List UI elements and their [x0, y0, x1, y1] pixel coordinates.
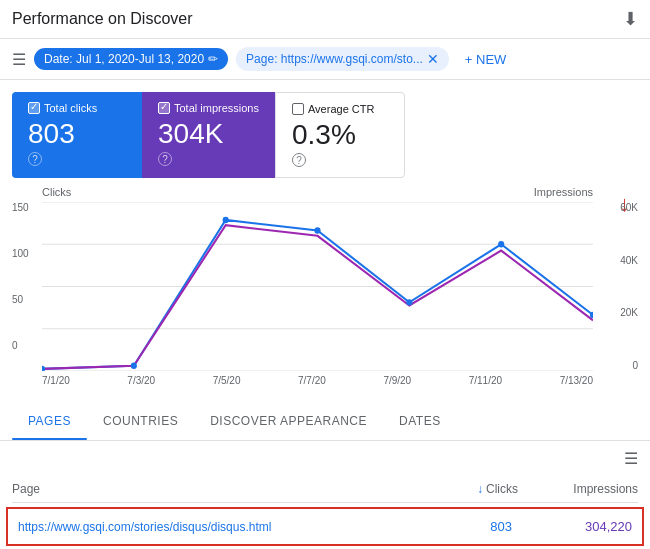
tab-pages[interactable]: PAGES: [12, 402, 87, 440]
highlighted-row: https://www.gsqi.com/stories/disqus/disq…: [6, 507, 644, 546]
clicks-checkbox[interactable]: [28, 102, 40, 114]
total-impressions-card: Total impressions 304K ?: [142, 92, 275, 178]
row-clicks-value: 803: [392, 519, 512, 534]
page-filter-label: Page: https://www.gsqi.com/sto...: [246, 52, 423, 66]
avg-ctr-card: Average CTR 0.3% ?: [275, 92, 405, 178]
header: Performance on Discover ⬇: [0, 0, 650, 39]
table-area: ☰ Page ↓ Clicks Impressions https://www.…: [0, 441, 650, 546]
clicks-axis-label: Clicks: [42, 186, 71, 198]
chart-container: ↓ Clicks Impressions 150 100 50 0: [12, 186, 638, 386]
table-filter-icon[interactable]: ☰: [624, 449, 638, 468]
impressions-checkbox[interactable]: [158, 102, 170, 114]
avg-ctr-label: Average CTR: [308, 103, 374, 115]
new-filter-button[interactable]: + NEW: [457, 48, 515, 71]
impressions-help-icon[interactable]: ?: [158, 152, 172, 166]
avg-ctr-value: 0.3%: [292, 119, 388, 151]
edit-icon: ✏: [208, 52, 218, 66]
table-row: https://www.gsqi.com/stories/disqus/disq…: [12, 513, 638, 540]
impressions-axis-label: Impressions: [534, 186, 593, 198]
svg-point-10: [498, 241, 504, 247]
table-body: https://www.gsqi.com/stories/disqus/disq…: [12, 507, 638, 546]
close-icon[interactable]: ✕: [427, 51, 439, 67]
sort-icon: ↓: [477, 482, 483, 496]
row-impressions-value: 304,220: [512, 519, 632, 534]
page-filter-chip[interactable]: Page: https://www.gsqi.com/sto... ✕: [236, 47, 449, 71]
tab-countries[interactable]: COUNTRIES: [87, 402, 194, 440]
col-header-impressions: Impressions: [518, 482, 638, 496]
ctr-checkbox[interactable]: [292, 103, 304, 115]
table-header: Page ↓ Clicks Impressions: [12, 476, 638, 503]
svg-point-5: [42, 366, 45, 371]
row-page-url[interactable]: https://www.gsqi.com/stories/disqus/disq…: [18, 520, 392, 534]
total-clicks-label: Total clicks: [44, 102, 97, 114]
table-toolbar: ☰: [12, 441, 638, 476]
total-impressions-label: Total impressions: [174, 102, 259, 114]
col-header-page: Page: [12, 482, 398, 496]
filter-icon[interactable]: ☰: [12, 50, 26, 69]
svg-point-9: [406, 299, 412, 305]
filter-bar: ☰ Date: Jul 1, 2020-Jul 13, 2020 ✏ Page:…: [0, 39, 650, 80]
ctr-help-icon[interactable]: ?: [292, 153, 306, 167]
tabs-row: PAGES COUNTRIES DISCOVER APPEARANCE DATE…: [0, 402, 650, 441]
date-filter-label: Date: Jul 1, 2020-Jul 13, 2020: [44, 52, 204, 66]
line-chart: [42, 202, 593, 371]
chart-area: ↓ Clicks Impressions 150 100 50 0: [0, 178, 650, 398]
total-impressions-value: 304K: [158, 118, 259, 150]
y-axis-left: 150 100 50 0: [12, 202, 29, 371]
col-header-clicks: ↓ Clicks: [398, 482, 518, 496]
svg-point-8: [314, 227, 320, 233]
download-icon[interactable]: ⬇: [623, 8, 638, 30]
tab-dates[interactable]: DATES: [383, 402, 457, 440]
total-clicks-value: 803: [28, 118, 126, 150]
page-title: Performance on Discover: [12, 10, 193, 28]
svg-point-6: [131, 363, 137, 369]
total-clicks-card: Total clicks 803 ?: [12, 92, 142, 178]
svg-point-7: [223, 217, 229, 223]
tab-discover-appearance[interactable]: DISCOVER APPEARANCE: [194, 402, 383, 440]
clicks-help-icon[interactable]: ?: [28, 152, 42, 166]
x-axis: 7/1/20 7/3/20 7/5/20 7/7/20 7/9/20 7/11/…: [42, 375, 593, 386]
y-axis-right: 60K 40K 20K 0: [620, 202, 638, 371]
date-filter-chip[interactable]: Date: Jul 1, 2020-Jul 13, 2020 ✏: [34, 48, 228, 70]
metrics-row: Total clicks 803 ? Total impressions 304…: [0, 80, 650, 178]
